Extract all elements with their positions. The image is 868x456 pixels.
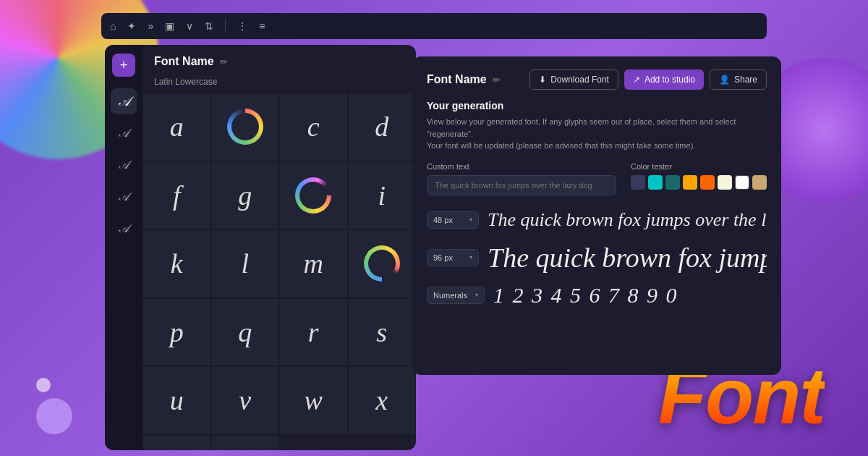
glyph-char-d: d — [375, 111, 388, 143]
glyph-cell-c[interactable]: c — [279, 93, 348, 161]
glyph-char-k: k — [171, 248, 183, 279]
font-preview-panel: Font Name ✏ ⬇ Download Font ↗ Add to stu… — [412, 56, 781, 375]
numerals-selector[interactable]: Numerals ▾ — [427, 287, 485, 304]
glyph-grid: a c d f g i — [142, 93, 416, 450]
custom-text-input[interactable] — [427, 175, 616, 195]
generation-title: Your generation — [427, 100, 767, 111]
size-selector-48[interactable]: 48 px ▾ — [427, 211, 479, 229]
chevron-down-icon: ▾ — [469, 216, 472, 223]
glyph-cell-k[interactable]: k — [142, 229, 211, 298]
glyph-cell-f[interactable]: f — [142, 161, 211, 230]
star-icon[interactable]: ✦ — [127, 20, 136, 32]
chevron-down-icon-3: ▾ — [475, 292, 478, 298]
glyph-cell-u[interactable]: u — [142, 366, 211, 435]
glyph-main-content: Font Name ✏ Latin Lowercase a c d f g — [142, 45, 416, 450]
preview-text-48px: The quick brown fox jumps over the lazy … — [488, 209, 767, 231]
home-icon[interactable]: ⌂ — [110, 20, 116, 32]
glyph-char-l: l — [241, 248, 249, 279]
glyph-char-m: m — [304, 248, 323, 279]
swatch-tan[interactable] — [752, 175, 767, 190]
sidebar-item-1[interactable]: 𝒜 — [111, 120, 137, 146]
glyph-cell-g[interactable]: g — [211, 161, 280, 230]
glyph-char-w: w — [305, 384, 323, 416]
glyph-char-x: x — [375, 384, 388, 416]
download-button-label: Download Font — [550, 75, 609, 85]
swatch-white[interactable] — [735, 175, 749, 190]
share-button[interactable]: 👤 Share — [710, 69, 767, 90]
glyph-cell-y[interactable]: y — [142, 435, 211, 451]
glyph-loading-spinner-3 — [364, 245, 400, 282]
menu-icon[interactable]: ≡ — [259, 20, 265, 32]
glyph-cell-m[interactable]: m — [279, 229, 348, 298]
preview-title-group: Font Name ✏ — [427, 73, 501, 86]
sidebar-item-2[interactable]: 𝒜 — [111, 152, 137, 178]
glyph-char-u: u — [170, 384, 184, 416]
glyph-cell-d[interactable]: d — [348, 93, 417, 161]
sort-icon[interactable]: ⇅ — [205, 20, 213, 32]
swatch-orange[interactable] — [683, 175, 697, 190]
color-swatches — [631, 175, 767, 190]
panel-header: Font Name ✏ — [142, 45, 416, 74]
glyph-loading-spinner-2 — [295, 177, 331, 214]
glyph-cell-loading-2[interactable] — [279, 161, 348, 230]
font-grid-panel: + 𝒜 𝒜 𝒜 𝒜 𝒜 Font Name ✏ Latin Lowercase … — [105, 45, 416, 450]
sidebar-item-current[interactable]: 𝒜 — [111, 88, 137, 114]
glyph-char-r: r — [308, 316, 319, 348]
toolbar: ⌂ ✦ » ▣ ∨ ⇅ ⋮ ≡ — [101, 13, 767, 39]
edit-preview-title-icon[interactable]: ✏ — [493, 75, 501, 85]
toolbar-separator — [225, 20, 226, 33]
grid-icon[interactable]: ▣ — [165, 20, 174, 32]
sidebar-icons: + 𝒜 𝒜 𝒜 𝒜 𝒜 — [105, 45, 142, 450]
glyph-cell-q[interactable]: q — [211, 298, 280, 367]
studio-icon: ↗ — [633, 75, 640, 85]
preview-row-96: 96 px ▾ The quick brown fox jumps — [427, 242, 767, 274]
glyph-loading-spinner-1 — [227, 109, 263, 145]
color-tester-label: Color tester — [631, 162, 767, 171]
glyph-cell-i[interactable]: i — [348, 161, 417, 230]
glyph-cell-w[interactable]: w — [279, 366, 348, 435]
glyph-cell-x[interactable]: x — [348, 366, 417, 435]
panel-title: Font Name — [154, 55, 214, 68]
glyph-cell-r[interactable]: r — [279, 298, 348, 367]
download-font-button[interactable]: ⬇ Download Font — [529, 69, 618, 90]
glyph-cell-loading-1[interactable] — [211, 93, 280, 161]
preview-text-96px: The quick brown fox jumps — [488, 242, 767, 274]
glyph-char-s: s — [376, 316, 387, 348]
glyph-cell-loading-3[interactable] — [348, 229, 417, 298]
size-96-label: 96 px — [433, 253, 453, 262]
color-tester-group: Color tester — [631, 162, 767, 190]
glyph-cell-a[interactable]: a — [142, 93, 211, 161]
add-to-studio-button[interactable]: ↗ Add to studio — [624, 69, 704, 90]
glyph-cell-v[interactable]: v — [211, 366, 280, 435]
glyph-char-f: f — [173, 180, 181, 211]
swatch-dark[interactable] — [631, 175, 645, 190]
glyph-char-p: p — [170, 316, 184, 348]
swatch-teal[interactable] — [648, 175, 663, 190]
size-selector-96[interactable]: 96 px ▾ — [427, 249, 479, 266]
preview-row-numerals: Numerals ▾ 1 2 3 4 5 6 7 8 9 0 — [427, 279, 767, 311]
size-48-label: 48 px — [433, 216, 453, 224]
preview-numerals-text: 1 2 3 4 5 6 7 8 9 0 — [493, 283, 678, 308]
forward-icon[interactable]: » — [148, 20, 153, 32]
sidebar-item-3[interactable]: 𝒜 — [111, 184, 137, 210]
check-icon[interactable]: ∨ — [186, 20, 193, 32]
swatch-dark-orange[interactable] — [700, 175, 715, 190]
preview-panel-title: Font Name — [427, 73, 487, 86]
chevron-down-icon-2: ▾ — [469, 254, 472, 261]
glyph-char-v: v — [239, 384, 251, 416]
add-button[interactable]: + — [112, 54, 135, 77]
glyph-cell-loading-4[interactable] — [211, 435, 280, 451]
controls-row: Custom text Color tester — [427, 162, 767, 195]
more-icon[interactable]: ⋮ — [237, 20, 247, 32]
glyph-cell-s[interactable]: s — [348, 298, 417, 367]
sidebar-item-4[interactable]: 𝒜 — [111, 216, 137, 242]
share-button-label: Share — [734, 75, 757, 85]
studio-button-label: Add to studio — [644, 75, 695, 85]
edit-title-icon[interactable]: ✏ — [220, 56, 228, 67]
glyph-cell-p[interactable]: p — [142, 298, 211, 367]
share-icon: 👤 — [719, 75, 730, 85]
download-icon: ⬇ — [539, 75, 546, 85]
swatch-dark-teal[interactable] — [665, 175, 680, 190]
glyph-cell-l[interactable]: l — [211, 229, 280, 298]
swatch-cream[interactable] — [718, 175, 732, 190]
